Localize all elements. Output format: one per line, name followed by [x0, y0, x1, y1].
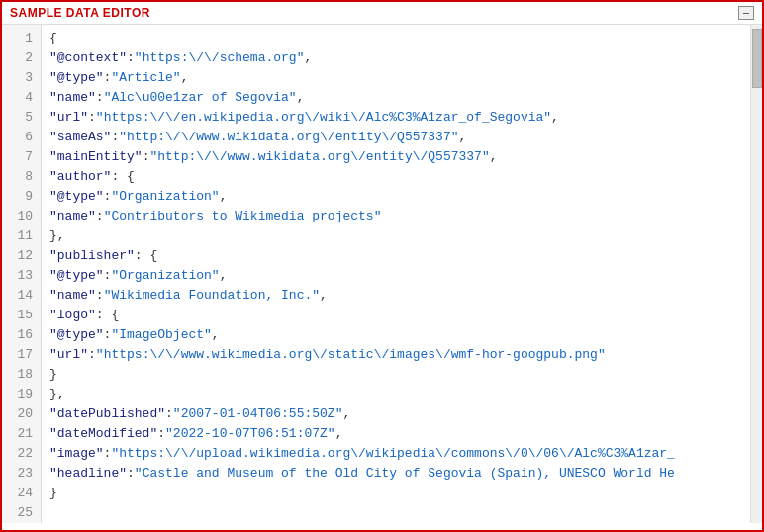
- code-content[interactable]: { "@context": "https:\/\/schema.org", "@…: [42, 25, 750, 523]
- code-line: "headline": "Castle and Museum of the Ol…: [49, 464, 750, 484]
- code-line: "image": "https:\/\/upload.wikimedia.org…: [49, 444, 750, 464]
- code-line: "@type": "Organization",: [49, 266, 750, 286]
- code-line: }: [49, 365, 750, 385]
- code-line: }: [49, 484, 750, 503]
- code-line: "@type": "ImageObject",: [49, 325, 750, 345]
- code-line: },: [49, 385, 750, 404]
- code-line: "publisher": {: [49, 246, 750, 266]
- editor-title: SAMPLE DATA EDITOR: [10, 6, 150, 20]
- code-line: {: [49, 29, 750, 48]
- code-area: 1234567891011121314151617181920212223242…: [2, 25, 762, 523]
- code-line: "@type": "Organization",: [49, 187, 750, 207]
- code-line: "dateModified": "2022-10-07T06:51:07Z",: [49, 424, 750, 444]
- code-line: "datePublished": "2007-01-04T06:55:50Z",: [49, 404, 750, 424]
- code-line: "url": "https:\/\/www.wikimedia.org\/sta…: [49, 345, 750, 365]
- minimize-button[interactable]: —: [738, 6, 754, 20]
- line-numbers: 1234567891011121314151617181920212223242…: [2, 25, 42, 523]
- code-line: "mainEntity": "http:\/\/www.wikidata.org…: [49, 147, 750, 167]
- code-line: [49, 503, 750, 523]
- scrollbar-track[interactable]: [750, 25, 762, 523]
- code-line: "author": {: [49, 167, 750, 187]
- code-line: "name": "Alc\u00e1zar of Segovia",: [49, 88, 750, 108]
- code-line: "logo": {: [49, 306, 750, 325]
- scrollbar-thumb[interactable]: [752, 29, 762, 88]
- editor-container: SAMPLE DATA EDITOR — 1234567891011121314…: [0, 0, 764, 532]
- code-line: "@context": "https:\/\/schema.org",: [49, 48, 750, 68]
- code-line: },: [49, 226, 750, 246]
- title-bar: SAMPLE DATA EDITOR —: [2, 2, 762, 25]
- code-line: "url": "https:\/\/en.wikipedia.org\/wiki…: [49, 108, 750, 128]
- code-line: "sameAs": "http:\/\/www.wikidata.org\/en…: [49, 128, 750, 147]
- code-line: "name": "Contributors to Wikimedia proje…: [49, 207, 750, 226]
- code-line: "name": "Wikimedia Foundation, Inc.",: [49, 286, 750, 306]
- code-line: "@type": "Article",: [49, 68, 750, 88]
